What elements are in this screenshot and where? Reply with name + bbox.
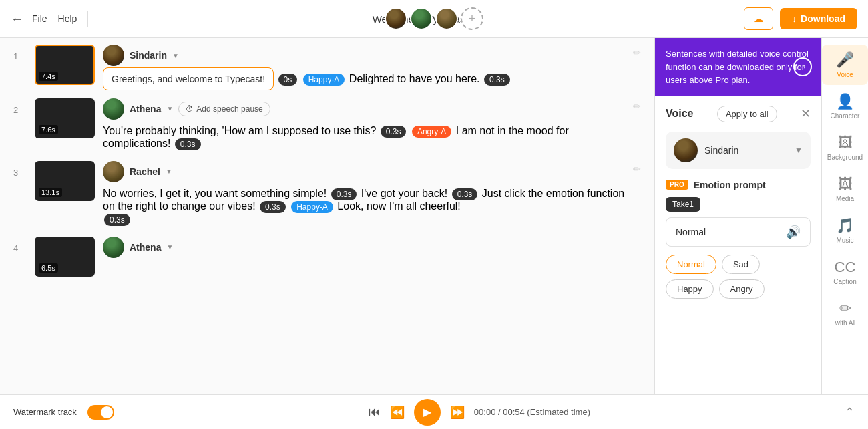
sidebar-item-withai[interactable]: ✏ with AI [822, 293, 868, 333]
player-controls: ⏮ ⏪ ▶ ⏩ 00:00 / 00:54 (Estimated time) [125, 399, 834, 426]
sidebar-item-music[interactable]: 🎵 Music [822, 210, 868, 251]
sidebar-item-media[interactable]: 🖼 Media [822, 169, 868, 209]
pro-banner-arrow[interactable]: → [793, 57, 812, 76]
pause-tag-2b[interactable]: 0.3s [175, 138, 201, 150]
row-number-1: 1 [13, 51, 27, 61]
next-button[interactable]: ⏩ [450, 405, 465, 420]
emotion-normal-button[interactable]: Normal [666, 255, 716, 274]
download-button[interactable]: ↓ Download [780, 8, 857, 29]
voice-selector-name: Sindarin [704, 145, 788, 156]
pause-tag-3d[interactable]: 0.3s [104, 214, 130, 226]
emotion-tag-2a[interactable]: Angry-A [412, 126, 451, 138]
watermark-toggle[interactable] [87, 405, 114, 420]
text-bordered-1[interactable]: Greetings, and welcome to Typecast! [103, 67, 274, 90]
voice-panel-header: Voice Apply to all ✕ [666, 106, 811, 122]
character-icon: 👤 [836, 93, 854, 110]
emotion-sad-button[interactable]: Sad [722, 255, 760, 274]
expand-button[interactable]: ⌃ [845, 405, 855, 420]
clock-icon: ⏱ [186, 104, 194, 114]
sidebar-item-music-label: Music [836, 237, 853, 244]
text-plain-3b: I've got your back! [361, 188, 447, 199]
topbar-divider [87, 11, 88, 27]
apply-to-all-button[interactable]: Apply to all [717, 106, 777, 122]
previous-button[interactable]: ⏪ [390, 405, 405, 420]
speaker-play-icon[interactable]: 🔊 [786, 225, 801, 239]
pause-tag-3b[interactable]: 0.3s [452, 188, 478, 200]
upload-button[interactable]: ☁ [744, 7, 773, 30]
emotion-display: Normal 🔊 [666, 217, 811, 247]
close-voice-panel-button[interactable]: ✕ [801, 106, 811, 121]
emotion-tag-3[interactable]: Happy-A [291, 201, 333, 213]
voice-panel-title: Voice [666, 108, 694, 120]
speaker-row-2: Athena ▼ ⏱ Add speech pause [103, 98, 625, 120]
avatar-group: + [385, 7, 483, 30]
row-content-2: Athena ▼ ⏱ Add speech pause You're proba… [103, 98, 625, 150]
pause-tag-1a[interactable]: 0s [278, 74, 298, 86]
voice-icon: 🎤 [836, 51, 854, 69]
avatar-athena[interactable] [410, 7, 433, 30]
file-menu[interactable]: File [32, 13, 47, 24]
row-content-1: Sindarin ▼ Greetings, and welcome to Typ… [103, 45, 625, 88]
script-area: 1 7.4s Sindarin ▼ Greetings, and welcome… [0, 38, 654, 394]
emotion-tag-1a[interactable]: Happy-A [303, 74, 345, 86]
thumbnail-3[interactable]: 13.1s [35, 161, 95, 201]
speaker-caret-2[interactable]: ▼ [166, 105, 173, 112]
speaker-name-3[interactable]: Rachel [130, 166, 160, 177]
avatar-sindarin[interactable] [385, 7, 407, 30]
back-button[interactable]: ← [11, 11, 24, 27]
emotion-section: PRO Emotion prompt Take1 Normal 🔊 Normal… [666, 180, 811, 299]
thumbnail-2[interactable]: 7.6s [35, 98, 95, 138]
edit-icon-2[interactable]: ✏ [633, 101, 641, 112]
voice-selector[interactable]: Sindarin ▼ [666, 132, 811, 169]
topbar: ← File Help Welcome to Typecast! + ☁ ↓ D… [0, 0, 868, 38]
text-plain-3a: No worries, I get it, you want something… [103, 188, 327, 199]
take-badge[interactable]: Take1 [666, 197, 700, 212]
text-plain-3d: Look, now I'm all cheerful! [337, 200, 460, 212]
speaker-row-4: Athena ▼ [103, 237, 641, 258]
play-button[interactable]: ▶ [414, 399, 441, 426]
sidebar-item-background[interactable]: 🖼 Background [822, 128, 868, 168]
thumbnail-4[interactable]: 6.5s [35, 237, 95, 277]
time-display: 00:00 / 00:54 (Estimated time) [474, 407, 590, 417]
speaker-caret-1[interactable]: ▼ [172, 52, 179, 59]
upload-icon: ☁ [754, 13, 763, 24]
speaker-avatar-3 [103, 161, 124, 182]
right-panel: Sentences with detailed voice control fu… [654, 38, 821, 394]
speaker-name-1[interactable]: Sindarin [130, 50, 167, 61]
sidebar-item-voice[interactable]: 🎤 Voice [822, 45, 868, 85]
edit-icon-3[interactable]: ✏ [633, 164, 641, 174]
speaker-caret-4[interactable]: ▼ [166, 243, 173, 251]
caption-icon: CC [835, 259, 856, 276]
script-text-2: You're probably thinking, 'How am I supp… [103, 125, 625, 150]
speaker-name-4[interactable]: Athena [130, 242, 161, 253]
sidebar-item-voice-label: Voice [837, 71, 853, 78]
avatar-rachel[interactable] [435, 7, 458, 30]
emotion-angry-button[interactable]: Angry [719, 279, 765, 299]
pause-tag-3a[interactable]: 0.3s [331, 188, 357, 200]
add-speech-pause-button[interactable]: ⏱ Add speech pause [178, 102, 270, 116]
topbar-actions: ☁ ↓ Download [744, 7, 857, 30]
emotion-happy-button[interactable]: Happy [666, 279, 714, 299]
skip-to-start-button[interactable]: ⏮ [369, 405, 381, 419]
sidebar-item-caption[interactable]: CC Caption [822, 252, 868, 292]
pause-tag-3c[interactable]: 0.3s [260, 201, 286, 213]
speaker-name-2[interactable]: Athena [130, 104, 161, 114]
thumb-time-2: 7.6s [39, 125, 58, 134]
icon-sidebar: 🎤 Voice 👤 Character 🖼 Background 🖼 Media… [821, 38, 868, 394]
edit-icon-1[interactable]: ✏ [633, 47, 641, 58]
help-menu[interactable]: Help [58, 13, 77, 24]
row-number-2: 2 [13, 105, 27, 115]
add-character-button[interactable]: + [461, 7, 483, 30]
pro-badge: PRO [666, 180, 688, 190]
pause-tag-2a[interactable]: 0.3s [381, 126, 407, 138]
row-number-4: 4 [13, 243, 27, 253]
table-row: 1 7.4s Sindarin ▼ Greetings, and welcome… [13, 45, 641, 88]
thumb-time-3: 13.1s [39, 188, 62, 197]
speaker-caret-3[interactable]: ▼ [166, 168, 172, 175]
pause-tag-1b[interactable]: 0.3s [484, 74, 510, 86]
sidebar-item-character[interactable]: 👤 Character [822, 86, 868, 126]
bottom-bar: Watermark track ⏮ ⏪ ▶ ⏩ 00:00 / 00:54 (E… [0, 394, 868, 429]
text-plain-1: Delighted to have you here. [349, 73, 480, 84]
voice-selector-caret: ▼ [795, 146, 803, 155]
thumbnail-1[interactable]: 7.4s [35, 45, 95, 85]
